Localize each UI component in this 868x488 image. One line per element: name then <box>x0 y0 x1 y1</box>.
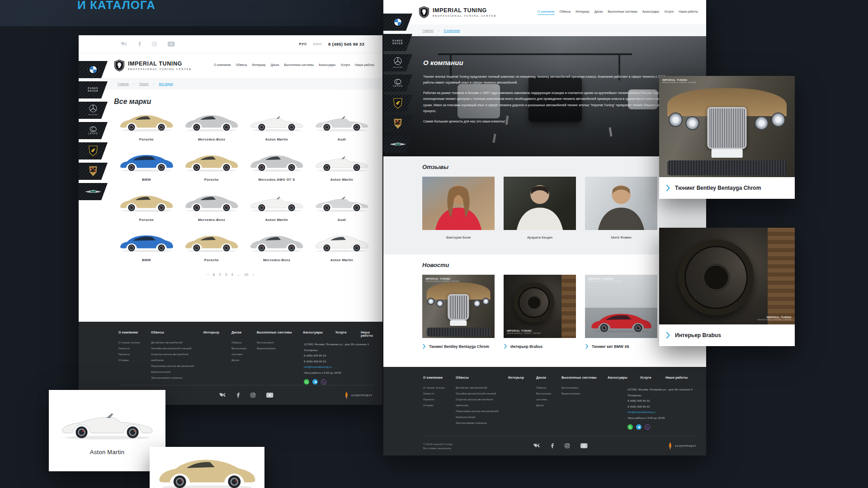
instagram-icon[interactable] <box>250 393 255 398</box>
footer-column-интерьер[interactable]: Интерьер <box>508 376 533 379</box>
youtube-icon[interactable] <box>580 443 587 448</box>
pagination-page[interactable]: 10 <box>244 272 248 277</box>
nav-item-диски[interactable]: Диски <box>271 63 279 68</box>
footer-column-аксессуары[interactable]: Аксессуары <box>303 331 333 334</box>
studio-logo[interactable]: КУЛЬТПРОЕКТ <box>668 442 696 450</box>
car-card-porsche[interactable]: Porsche <box>179 152 244 182</box>
footer-link[interactable]: Отделка салона автомобиля карбоном <box>456 396 505 408</box>
footer-column-выхлопные-системы[interactable]: Выхлопные системы <box>257 331 300 334</box>
footer-link[interactable]: Выхлопные системы <box>536 390 559 402</box>
footer-link[interactable]: Оклейка автомобилей пленкой <box>456 390 505 396</box>
phone-number[interactable]: 8 (926) 908 99 03 <box>304 359 375 365</box>
porsche-card[interactable] <box>150 447 264 488</box>
pagination-page[interactable]: 1 <box>213 272 215 277</box>
car-card-porsche[interactable]: Porsche <box>114 192 179 222</box>
instagram-icon[interactable] <box>152 42 157 47</box>
review-card[interactable]: Митя Фомин <box>585 177 657 239</box>
phone-number[interactable]: 8 (495) 545 99 33 <box>627 398 699 404</box>
brand-tile-mercedes-benz[interactable]: Mercedes-Benz <box>383 54 412 71</box>
pagination-page[interactable]: ... <box>237 272 241 277</box>
vk-icon[interactable] <box>120 42 127 47</box>
footer-column-диски[interactable]: Диски <box>536 376 559 379</box>
pagination-prev[interactable]: ‹ <box>207 272 208 277</box>
car-card-aston-martin[interactable]: Aston Martin <box>309 233 374 262</box>
footer-link[interactable]: Видеогалерея <box>257 345 300 351</box>
footer-column-наши-работы[interactable]: Наши работы <box>665 376 698 379</box>
nav-item-наши-работы[interactable]: Наши работы <box>355 63 374 68</box>
brand-tile-porsche[interactable] <box>79 163 108 180</box>
telegram-icon[interactable] <box>312 379 318 385</box>
imperial-tuning-logo[interactable]: IMPERIAL TUNING PROFESSIONAL TUNING CENT… <box>419 6 496 19</box>
review-card[interactable]: Арарата Кещян <box>504 177 576 239</box>
news-card[interactable]: IMPERIAL TUNINGPROFESSIONAL TUNING CENTE… <box>585 275 657 349</box>
footer-link[interactable]: Эксклюзивная покраска <box>456 420 505 426</box>
footer-link[interactable]: Проекты <box>423 396 453 402</box>
footer-link[interactable]: Перешивка салона автомобилей <box>151 363 201 369</box>
nav-item-обвесы[interactable]: Обвесы <box>560 10 571 15</box>
brand-tile-aston-martin[interactable] <box>383 136 412 153</box>
footer-column-услуги[interactable]: Услуги <box>335 331 358 334</box>
breadcrumb-link[interactable]: Все марки <box>159 82 173 85</box>
footer-link[interactable]: О тюнинг ателье <box>118 339 148 345</box>
vk-icon[interactable] <box>219 393 226 398</box>
car-card-aston-martin[interactable]: Aston Martin <box>244 112 309 141</box>
footer-column-аксессуары[interactable]: Аксессуары <box>608 376 637 379</box>
breadcrumb-link[interactable]: О компании <box>443 29 460 32</box>
footer-column-о-компании[interactable]: О компании <box>423 376 453 379</box>
breadcrumb-link[interactable]: Главная <box>118 82 129 85</box>
breadcrumb-link[interactable]: Тюнинг <box>139 82 149 85</box>
nav-item-услуги[interactable]: Услуги <box>340 63 350 68</box>
footer-link[interactable]: Выхлопные системы <box>231 345 254 357</box>
brand-tile-range-rover[interactable]: RANGEROVER <box>383 34 412 51</box>
car-card-aston-martin[interactable]: Aston Martin <box>309 152 374 182</box>
brand-tile-lexus[interactable]: LEXUS <box>79 122 108 139</box>
studio-logo[interactable]: КУЛЬТПРОЕКТ <box>344 392 373 399</box>
whatsapp-icon[interactable] <box>304 379 309 385</box>
brabus-project-card[interactable]: IMPERIAL TUNINGPROFESSIONAL TUNING CENTE… <box>659 228 795 346</box>
footer-link[interactable]: Детейлинг автомобилей <box>151 339 201 345</box>
car-card-mercedes-amg-gt-s[interactable]: Mercedes-AMG GT S <box>244 152 309 182</box>
facebook-icon[interactable] <box>237 393 240 398</box>
lang-rus-button[interactable]: РУС <box>299 42 307 46</box>
footer-link[interactable]: Диски <box>231 357 254 363</box>
nav-item-интерьер[interactable]: Интерьер <box>576 10 589 15</box>
footer-link[interactable]: Шумоизоляция <box>151 369 201 375</box>
footer-column-обвесы[interactable]: Обвесы <box>151 331 201 334</box>
phone-number[interactable]: 8 (495) 545 99 33 <box>304 353 375 359</box>
footer-column-услуги[interactable]: Услуги <box>640 376 663 379</box>
footer-link[interactable]: Обвесы <box>231 339 254 345</box>
youtube-icon[interactable] <box>168 42 175 47</box>
car-card-audi[interactable]: Audi <box>309 112 374 141</box>
car-card-bmw[interactable]: BMW <box>114 233 179 262</box>
footer-link[interactable]: Эксклюзивная покраска <box>151 375 201 380</box>
nav-item-диски[interactable]: Диски <box>594 10 603 15</box>
facebook-icon[interactable] <box>138 42 141 47</box>
car-card-bmw[interactable]: BMW <box>114 152 179 182</box>
brand-tile-range-rover[interactable]: RANGEROVER <box>79 81 108 99</box>
footer-link[interactable]: Перешивка салона автомобилей <box>456 408 505 414</box>
phone-number[interactable]: 8 (926) 908 99 03 <box>627 404 699 410</box>
car-card-mercedes-benz[interactable]: Mercedes-Benz <box>244 233 309 262</box>
brand-tile-lexus[interactable]: LEXUS <box>383 75 412 92</box>
nav-item-обвесы[interactable]: Обвесы <box>236 63 247 68</box>
review-card[interactable]: Виктория Боня <box>422 177 495 239</box>
footer-link[interactable]: Новости <box>423 390 453 396</box>
news-card[interactable]: IMPERIAL TUNINGPROFESSIONAL TUNING CENTE… <box>504 275 576 349</box>
footer-link[interactable]: Шумоизоляция <box>456 414 505 420</box>
footer-link[interactable]: Обвесы <box>536 385 559 390</box>
footer-column-интерьер[interactable]: Интерьер <box>203 331 229 334</box>
viber-icon[interactable] <box>321 379 326 385</box>
nav-item-выхлопные-системы[interactable]: Выхлопные системы <box>608 10 637 15</box>
nav-item-о-компании[interactable]: О компании <box>538 10 555 15</box>
footer-link[interactable]: Диски <box>536 402 559 408</box>
footer-column-обвесы[interactable]: Обвесы <box>456 376 505 379</box>
imperial-tuning-logo[interactable]: IMPERIAL TUNING PROFESSIONAL TUNING CENT… <box>114 59 192 72</box>
footer-link[interactable]: Проекты <box>118 351 148 357</box>
nav-item-наши-работы[interactable]: Наши работы <box>679 10 698 15</box>
instagram-icon[interactable] <box>565 443 570 448</box>
footer-link[interactable]: Фотогалерея <box>561 385 605 390</box>
footer-column-о-компании[interactable]: О компании <box>118 331 148 334</box>
pagination-page[interactable]: 2 <box>219 272 221 277</box>
nav-item-интерьер[interactable]: Интерьер <box>252 63 265 68</box>
pagination-page[interactable]: 3 <box>225 272 227 277</box>
